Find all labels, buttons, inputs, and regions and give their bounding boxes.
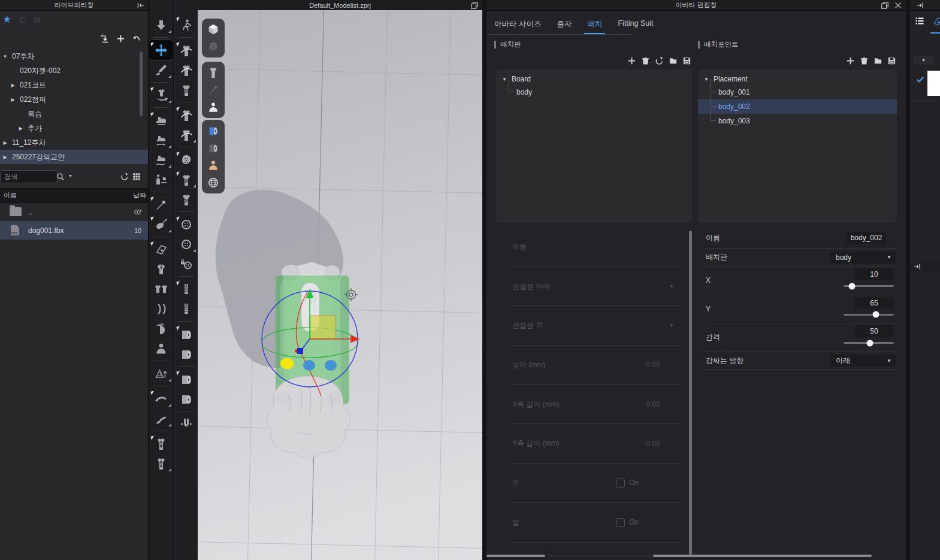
close-editor-icon[interactable] bbox=[894, 1, 902, 10]
free-sewing-tool[interactable] bbox=[149, 150, 173, 169]
object-list-icon[interactable] bbox=[915, 16, 924, 26]
show-grid-icon[interactable] bbox=[205, 175, 221, 190]
tape-measure-tool[interactable] bbox=[149, 408, 173, 428]
points-tree-item[interactable]: body_003 bbox=[698, 114, 897, 128]
rotate-garment-tool[interactable] bbox=[149, 85, 173, 105]
search-icon[interactable] bbox=[56, 172, 65, 181]
value-slider[interactable] bbox=[844, 339, 894, 347]
value-input[interactable]: 10 bbox=[854, 268, 894, 280]
reset-board-icon[interactable] bbox=[654, 55, 664, 66]
delete-point-icon[interactable] bbox=[859, 55, 869, 66]
add-point-icon[interactable] bbox=[845, 55, 856, 66]
board-tree-item[interactable]: body bbox=[496, 85, 692, 99]
library-tree-item[interactable]: 복습 bbox=[0, 107, 148, 121]
open-point-icon[interactable] bbox=[872, 55, 883, 66]
fabric-browser-icon[interactable] bbox=[932, 16, 940, 27]
garment-ruler-tool[interactable] bbox=[149, 434, 173, 453]
value-input[interactable]: 50 bbox=[854, 325, 894, 337]
garment-ruler-2-tool[interactable] bbox=[149, 453, 173, 473]
sewing-machine-tool[interactable] bbox=[149, 110, 173, 130]
slider-thumb[interactable] bbox=[849, 283, 856, 289]
library-tree-item[interactable]: 020자켓-002 bbox=[0, 63, 148, 78]
trim-curve-tool[interactable] bbox=[175, 105, 198, 125]
paint-roller-tool[interactable] bbox=[149, 214, 173, 234]
fabric-roll-3-tool[interactable] bbox=[175, 369, 198, 389]
points-tree-root[interactable]: ▼ Placement bbox=[698, 69, 897, 85]
show-garment-fit-icon[interactable] bbox=[205, 39, 221, 55]
check-pattern-2-tool[interactable] bbox=[175, 189, 198, 209]
favorites-star-icon[interactable]: ★ bbox=[2, 13, 11, 26]
download-library-icon[interactable] bbox=[101, 34, 110, 43]
delete-board-icon[interactable] bbox=[640, 55, 651, 66]
flatten-curve-tool[interactable] bbox=[175, 40, 198, 60]
check-pattern-tool[interactable] bbox=[175, 169, 198, 189]
column-name[interactable]: 이름 bbox=[4, 191, 17, 200]
fabric-roll-2-tool[interactable] bbox=[175, 344, 198, 364]
add-board-icon[interactable] bbox=[626, 55, 637, 66]
caret-closed-icon[interactable]: ▶ bbox=[2, 140, 8, 146]
caret-closed-icon[interactable]: ▶ bbox=[10, 97, 16, 102]
horizontal-scrollbar-thumb[interactable] bbox=[486, 555, 545, 557]
open-board-icon[interactable] bbox=[667, 55, 678, 66]
library-tree-scrollbar[interactable] bbox=[140, 52, 143, 116]
fitting-sewing-tool[interactable] bbox=[149, 169, 173, 189]
file-row[interactable]: FBX dog001.fbx 10 bbox=[0, 221, 148, 240]
undo-library-icon[interactable] bbox=[132, 34, 141, 43]
file-row[interactable]: .. 02 bbox=[0, 202, 148, 221]
value-input[interactable]: body_002 bbox=[847, 232, 886, 244]
dropdown[interactable]: 아래▼ bbox=[830, 355, 896, 367]
show-skin-icon[interactable] bbox=[205, 158, 221, 173]
rotate-panel-tool[interactable] bbox=[149, 319, 173, 338]
points-tree-item[interactable]: body_002 bbox=[698, 99, 897, 114]
collapse-left-icon[interactable] bbox=[137, 1, 145, 10]
collapse-right-icon[interactable] bbox=[916, 1, 924, 10]
caret-closed-icon[interactable]: ▶ bbox=[2, 155, 8, 160]
add-library-icon[interactable] bbox=[116, 34, 125, 43]
arrangement-tool[interactable] bbox=[149, 15, 173, 35]
collapse-right-2-icon[interactable] bbox=[913, 262, 921, 271]
refresh-library-icon[interactable] bbox=[120, 172, 129, 181]
caret-open-icon[interactable]: ▼ bbox=[502, 77, 507, 82]
library-tree-item[interactable]: ▶ 추가 bbox=[0, 121, 148, 135]
fold-arrangement-tool[interactable] bbox=[149, 240, 173, 259]
column-date[interactable]: 날짜 bbox=[133, 191, 146, 200]
brush-select-tool[interactable] bbox=[149, 60, 173, 80]
scene-3d[interactable] bbox=[198, 10, 482, 560]
properties-scrollbar[interactable] bbox=[688, 229, 693, 556]
library-tree-item[interactable]: ▶ 022점퍼 bbox=[0, 92, 148, 107]
trim-curve-2-tool[interactable] bbox=[175, 125, 198, 144]
horizontal-scrollbar-thumb-2[interactable] bbox=[653, 555, 872, 557]
tab-placement[interactable]: 배치 bbox=[587, 16, 602, 34]
caret-closed-icon[interactable]: ▶ bbox=[10, 83, 16, 88]
board-tree-root[interactable]: ▼ Board bbox=[496, 69, 692, 85]
slider-thumb[interactable] bbox=[872, 311, 879, 318]
show-avatar-icon[interactable] bbox=[205, 99, 221, 115]
texture-swatch[interactable] bbox=[927, 71, 940, 96]
grid-view-icon[interactable] bbox=[132, 172, 141, 181]
filter-dropdown[interactable]: ▼ bbox=[914, 56, 933, 65]
curved-panel-tool[interactable] bbox=[149, 299, 173, 319]
segment-sewing-tool[interactable] bbox=[149, 130, 173, 150]
restore-viewport-icon[interactable] bbox=[470, 1, 479, 10]
tab-tape-measure[interactable]: 줄자 bbox=[557, 16, 572, 34]
jacket-drape-tool[interactable] bbox=[149, 259, 173, 279]
search-input[interactable] bbox=[0, 170, 58, 183]
tab-avatar-size[interactable]: 아바타 사이즈 bbox=[494, 16, 541, 34]
value-input[interactable]: 65 bbox=[854, 297, 894, 309]
caret-open-icon[interactable]: ▼ bbox=[704, 77, 709, 82]
flatten-curve-2-tool[interactable] bbox=[175, 60, 198, 80]
restore-editor-icon[interactable] bbox=[881, 1, 889, 10]
curve-tape-tool[interactable] bbox=[149, 389, 173, 408]
save-point-icon[interactable] bbox=[886, 55, 897, 66]
slider-thumb[interactable] bbox=[866, 340, 873, 346]
dropdown[interactable]: body▼ bbox=[830, 252, 896, 264]
caret-open-icon[interactable]: ▼ bbox=[2, 54, 8, 59]
mesh-measure-tool[interactable] bbox=[149, 364, 173, 383]
save-board-icon[interactable] bbox=[681, 55, 692, 66]
show-fabric-off-icon[interactable] bbox=[205, 140, 221, 156]
value-slider[interactable] bbox=[844, 282, 894, 290]
flatten-check-tool[interactable] bbox=[175, 80, 198, 99]
zipper-tool[interactable] bbox=[175, 279, 198, 299]
library-tree-item[interactable]: ▶ 250227강의교안 bbox=[0, 150, 148, 164]
style-logo[interactable]: N bbox=[34, 14, 40, 25]
